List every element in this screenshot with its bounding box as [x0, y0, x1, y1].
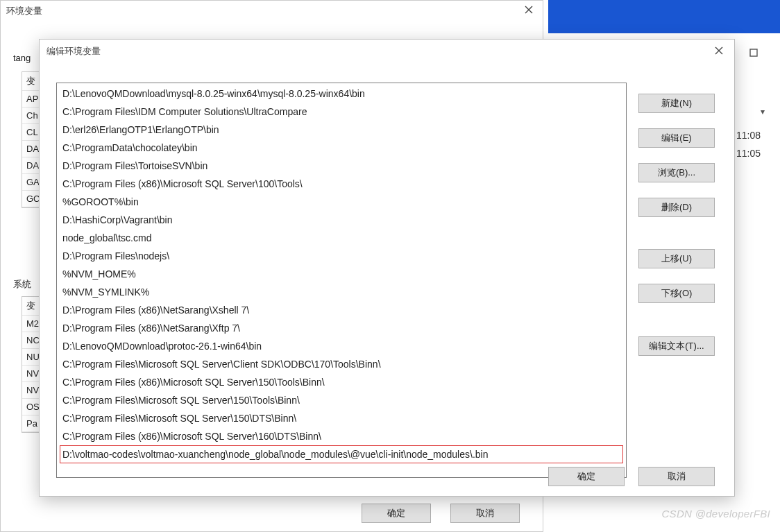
- cancel-button[interactable]: 取消: [450, 504, 520, 523]
- move-down-button[interactable]: 下移(O): [638, 284, 715, 303]
- maximize-icon[interactable]: [740, 42, 768, 64]
- list-item[interactable]: C:\Program Files\Microsoft SQL Server\Cl…: [57, 355, 626, 373]
- list-item[interactable]: C:\Program Files (x86)\Microsoft SQL Ser…: [57, 373, 626, 391]
- user-vars-label: tang: [13, 53, 31, 63]
- list-item[interactable]: D:\HashiCorp\Vagrant\bin: [57, 211, 626, 229]
- close-icon[interactable]: [519, 2, 539, 17]
- list-item[interactable]: D:\Program Files\TortoiseSVN\bin: [57, 157, 626, 175]
- system-vars-label: 系统: [13, 278, 31, 291]
- list-item[interactable]: C:\Program Files\IDM Computer Solutions\…: [57, 103, 626, 121]
- list-item[interactable]: %NVM_SYMLINK%: [57, 283, 626, 301]
- delete-button[interactable]: 删除(D): [638, 198, 715, 217]
- edit-text-button[interactable]: 编辑文本(T)...: [638, 336, 715, 356]
- edit-env-var-dialog: 编辑环境变量 D:\LenovoQMDownload\mysql-8.0.25-…: [39, 39, 735, 497]
- list-item[interactable]: C:\Program Files\Microsoft SQL Server\15…: [57, 391, 626, 409]
- list-item[interactable]: D:\LenovoQMDownload\mysql-8.0.25-winx64\…: [57, 85, 626, 103]
- titlebar-strip: [548, 0, 780, 33]
- svg-rect-0: [750, 49, 757, 56]
- list-item[interactable]: C:\ProgramData\chocolatey\bin: [57, 139, 626, 157]
- list-item[interactable]: D:\LenovoQMDownload\protoc-26.1-win64\bi…: [57, 337, 626, 355]
- path-listbox[interactable]: D:\LenovoQMDownload\mysql-8.0.25-winx64\…: [56, 83, 627, 478]
- time-label: 11:08: [736, 130, 761, 141]
- cancel-button[interactable]: 取消: [638, 467, 715, 486]
- close-icon[interactable]: [708, 42, 730, 59]
- list-item[interactable]: C:\Program Files\Microsoft SQL Server\15…: [57, 409, 626, 427]
- dialog-title: 编辑环境变量: [46, 45, 101, 58]
- list-item[interactable]: %GOROOT%\bin: [57, 193, 626, 211]
- list-item[interactable]: D:\Program Files\nodejs\: [57, 247, 626, 265]
- list-item[interactable]: D:\Program Files (x86)\NetSarang\Xftp 7\: [57, 319, 626, 337]
- ok-button[interactable]: 确定: [548, 467, 625, 486]
- list-item[interactable]: D:\voltmao-codes\voltmao-xuancheng\node_…: [60, 445, 623, 463]
- ok-button[interactable]: 确定: [362, 504, 431, 523]
- parent-title: 环境变量: [6, 5, 42, 17]
- time-label: 11:05: [736, 148, 761, 159]
- chevron-down-icon[interactable]: ▾: [761, 107, 765, 117]
- browse-button[interactable]: 浏览(B)...: [638, 163, 715, 182]
- move-up-button[interactable]: 上移(U): [638, 249, 715, 268]
- edit-button[interactable]: 编辑(E): [638, 128, 715, 148]
- list-item[interactable]: D:\Program Files (x86)\NetSarang\Xshell …: [57, 301, 626, 319]
- list-item[interactable]: C:\Program Files (x86)\Microsoft SQL Ser…: [57, 427, 626, 445]
- new-button[interactable]: 新建(N): [638, 94, 715, 113]
- list-item[interactable]: C:\Program Files (x86)\Microsoft SQL Ser…: [57, 175, 626, 193]
- list-item[interactable]: D:\erl26\ErlangOTP1\ErlangOTP\bin: [57, 121, 626, 139]
- list-item[interactable]: %NVM_HOME%: [57, 265, 626, 283]
- list-item[interactable]: node_global\tsc.cmd: [57, 229, 626, 247]
